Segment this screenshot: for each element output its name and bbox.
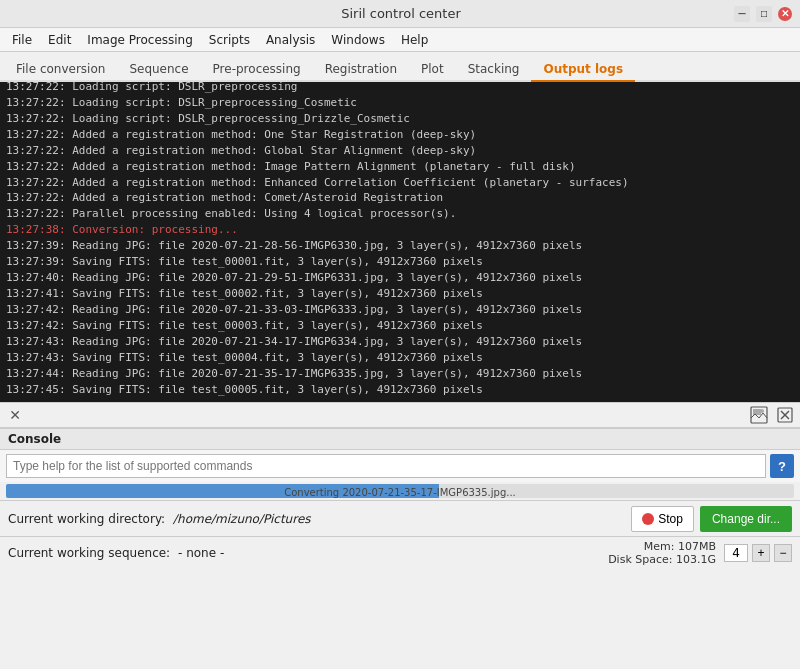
sequence-display: Current working sequence: - none - xyxy=(8,546,608,560)
log-line: 13:27:42: Saving FITS: file test_00003.f… xyxy=(6,318,794,334)
stop-icon xyxy=(642,513,654,525)
stop-button[interactable]: Stop xyxy=(631,506,694,532)
log-line: 13:27:22: Added a registration method: O… xyxy=(6,127,794,143)
mem-disk-display: Mem: 107MB Disk Space: 103.1G xyxy=(608,540,716,566)
thread-decrement-button[interactable]: − xyxy=(774,544,792,562)
progress-bar-bg: Converting 2020-07-21-35-17-IMGP6335.jpg… xyxy=(6,484,794,498)
tab-file-conversion[interactable]: File conversion xyxy=(4,58,117,82)
log-line: 13:27:39: Reading JPG: file 2020-07-21-2… xyxy=(6,238,794,254)
tab-sequence[interactable]: Sequence xyxy=(117,58,200,82)
menubar-item-help[interactable]: Help xyxy=(393,31,436,49)
menubar-item-windows[interactable]: Windows xyxy=(323,31,393,49)
tab-plot[interactable]: Plot xyxy=(409,58,456,82)
close-button[interactable]: ✕ xyxy=(778,7,792,21)
console-help-button[interactable]: ? xyxy=(770,454,794,478)
bottombar: Current working sequence: - none - Mem: … xyxy=(0,536,800,568)
log-line: 13:27:22: Added a registration method: E… xyxy=(6,175,794,191)
log-line: 13:27:22: Loading script: DSLR_preproces… xyxy=(6,82,794,95)
thread-count: 4 xyxy=(724,544,748,562)
log-area[interactable]: 13:27:22: Loading script: DSLR_Preproces… xyxy=(0,82,800,402)
menubar-item-edit[interactable]: Edit xyxy=(40,31,79,49)
tab-output-logs[interactable]: Output logs xyxy=(531,58,635,82)
log-line: 13:27:39: Saving FITS: file test_00001.f… xyxy=(6,254,794,270)
sequence-value: - none - xyxy=(178,546,224,560)
menubar-item-file[interactable]: File xyxy=(4,31,40,49)
log-line: 13:27:22: Loading script: DSLR_preproces… xyxy=(6,111,794,127)
sequence-label: Current working sequence: xyxy=(8,546,170,560)
clear-log-icon[interactable]: ✕ xyxy=(6,406,24,424)
menubar: FileEditImage ProcessingScriptsAnalysisW… xyxy=(0,28,800,52)
titlebar-controls: ─ □ ✕ xyxy=(734,6,792,22)
log-line: 13:27:22: Loading script: DSLR_preproces… xyxy=(6,95,794,111)
cwd-value: /home/mizuno/Pictures xyxy=(173,512,311,526)
tab-registration[interactable]: Registration xyxy=(313,58,409,82)
mem-label: Mem: 107MB xyxy=(644,540,716,553)
statusbar-right: Stop Change dir... xyxy=(631,506,792,532)
console-input[interactable] xyxy=(6,454,766,478)
log-line: 13:27:38: Conversion: processing... xyxy=(6,222,794,238)
progress-row: Converting 2020-07-21-35-17-IMGP6335.jpg… xyxy=(0,482,800,500)
cwd-label: Current working directory: xyxy=(8,512,165,526)
menubar-item-scripts[interactable]: Scripts xyxy=(201,31,258,49)
log-line: 13:27:22: Parallel processing enabled: U… xyxy=(6,206,794,222)
log-line: 13:27:22: Added a registration method: C… xyxy=(6,190,794,206)
thread-control: 4 + − xyxy=(724,544,792,562)
tabbar: File conversionSequencePre-processingReg… xyxy=(0,52,800,82)
console-section: Console ? xyxy=(0,428,800,482)
stop-label: Stop xyxy=(658,512,683,526)
close-log-icon[interactable] xyxy=(776,406,794,424)
log-line: 13:27:22: Added a registration method: I… xyxy=(6,159,794,175)
log-line: 13:27:42: Reading JPG: file 2020-07-21-3… xyxy=(6,302,794,318)
statusbar: Current working directory: /home/mizuno/… xyxy=(0,500,800,536)
log-line: 13:27:22: Added a registration method: G… xyxy=(6,143,794,159)
tab-stacking[interactable]: Stacking xyxy=(456,58,532,82)
window-title: Siril control center xyxy=(68,6,734,21)
log-line: 13:27:44: Reading JPG: file 2020-07-21-3… xyxy=(6,366,794,382)
log-toolbar: ✕ xyxy=(0,402,800,428)
menubar-item-image-processing[interactable]: Image Processing xyxy=(79,31,200,49)
changedir-button[interactable]: Change dir... xyxy=(700,506,792,532)
titlebar: Siril control center ─ □ ✕ xyxy=(0,0,800,28)
log-line: 13:27:45: Saving FITS: file test_00005.f… xyxy=(6,382,794,398)
log-line: 13:27:43: Reading JPG: file 2020-07-21-3… xyxy=(6,334,794,350)
thread-increment-button[interactable]: + xyxy=(752,544,770,562)
console-label: Console xyxy=(0,429,800,450)
console-input-row: ? xyxy=(0,450,800,482)
menubar-item-analysis[interactable]: Analysis xyxy=(258,31,323,49)
log-line: 13:27:40: Reading JPG: file 2020-07-21-2… xyxy=(6,270,794,286)
tab-pre-processing[interactable]: Pre-processing xyxy=(201,58,313,82)
log-line: 13:27:43: Saving FITS: file test_00004.f… xyxy=(6,350,794,366)
minimize-button[interactable]: ─ xyxy=(734,6,750,22)
save-image-icon[interactable] xyxy=(750,406,768,424)
cwd-display: Current working directory: /home/mizuno/… xyxy=(8,512,623,526)
maximize-button[interactable]: □ xyxy=(756,6,772,22)
log-line: 13:27:41: Saving FITS: file test_00002.f… xyxy=(6,286,794,302)
disk-label: Disk Space: 103.1G xyxy=(608,553,716,566)
progress-label: Converting 2020-07-21-35-17-IMGP6335.jpg… xyxy=(284,487,516,498)
svg-point-2 xyxy=(760,409,764,413)
